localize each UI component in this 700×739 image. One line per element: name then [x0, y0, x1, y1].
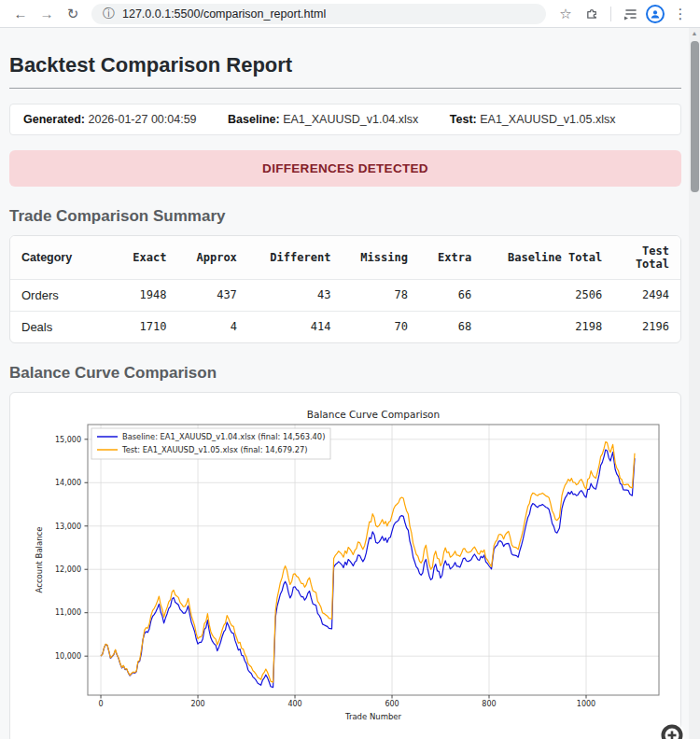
y-axis-label: Account Balance — [35, 526, 44, 593]
value-cell: 43 — [248, 279, 343, 311]
browser-toolbar: ← → ↻ ⓘ 127.0.0.1:5500/comparison_report… — [0, 0, 700, 28]
value-cell: 4 — [177, 311, 247, 342]
value-cell: 437 — [177, 279, 247, 311]
forward-icon[interactable]: → — [35, 3, 58, 25]
table-row: Deals17104414706821982196 — [10, 311, 680, 342]
zoom-in-icon[interactable] — [657, 721, 694, 739]
header-cell: Test Total — [613, 236, 680, 280]
differences-banner: DIFFERENCES DETECTED — [9, 150, 681, 187]
chart-heading: Balance Curve Comparison — [9, 364, 681, 383]
value-cell: 68 — [419, 311, 483, 342]
header-cell: Missing — [342, 236, 419, 280]
table-row: Orders194843743786625062494 — [10, 279, 680, 311]
report-page: Backtest Comparison Report Generated: 20… — [0, 28, 700, 739]
url-text[interactable]: 127.0.0.1:5500/comparison_report.html — [122, 7, 326, 21]
summary-table: CategoryExactApproxDifferentMissingExtra… — [10, 236, 680, 342]
scrollbar-thumb[interactable] — [691, 41, 699, 192]
svg-text:13,000: 13,000 — [55, 522, 81, 530]
value-cell: 2506 — [483, 279, 613, 311]
value-cell: 414 — [248, 311, 343, 342]
header-cell: Different — [248, 236, 343, 280]
scrollbar[interactable]: ▲ — [689, 28, 700, 739]
meta-bar: Generated: 2026-01-27 00:04:59 Baseline:… — [9, 104, 681, 135]
meta-baseline: Baseline: EA1_XAUUSD_v1.04.xlsx — [228, 113, 418, 126]
value-cell: 70 — [342, 311, 419, 342]
back-icon[interactable]: ← — [9, 3, 32, 25]
reading-list-icon[interactable] — [620, 4, 640, 24]
chart-legend: Baseline: EA1_XAUUSD_v1.04.xlsx (final: … — [91, 428, 330, 459]
bookmark-star-icon[interactable]: ☆ — [555, 4, 576, 24]
x-axis-label: Trade Number — [344, 712, 402, 721]
svg-text:10,000: 10,000 — [55, 652, 81, 661]
chart-card: 10,00011,00012,00013,00014,00015,0000200… — [9, 392, 681, 739]
svg-text:800: 800 — [482, 700, 496, 708]
meta-test: Test: EA1_XAUUSD_v1.05.xlsx — [450, 113, 616, 126]
header-cell: Approx — [177, 236, 247, 280]
site-info-icon[interactable]: ⓘ — [103, 7, 115, 20]
value-cell: 66 — [419, 279, 483, 311]
header-cell: Exact — [114, 236, 177, 280]
summary-table-body: Orders194843743786625062494Deals17104414… — [10, 279, 680, 342]
value-cell: 2494 — [613, 279, 680, 311]
baseline-series-line — [101, 450, 635, 688]
header-cell: Baseline Total — [483, 236, 613, 280]
scrollbar-up-icon[interactable]: ▲ — [689, 30, 700, 36]
value-cell: 78 — [342, 279, 419, 311]
plot-border — [88, 425, 659, 695]
value-cell: 1948 — [114, 279, 177, 311]
refresh-icon[interactable]: ↻ — [62, 3, 84, 25]
category-cell: Deals — [10, 311, 114, 342]
value-cell: 2198 — [483, 311, 613, 342]
svg-text:12,000: 12,000 — [55, 565, 81, 574]
balance-curve-chart: 10,00011,00012,00013,00014,00015,0000200… — [20, 402, 671, 739]
value-cell: 2196 — [613, 311, 680, 342]
chart-grid — [88, 425, 659, 695]
browser-menu-icon[interactable]: ⋮ — [670, 4, 691, 24]
chart-title: Balance Curve Comparison — [307, 409, 440, 420]
summary-heading: Trade Comparison Summary — [9, 207, 681, 226]
meta-generated: Generated: 2026-01-27 00:04:59 — [23, 113, 197, 126]
category-cell: Orders — [10, 279, 114, 311]
test-series-line — [101, 441, 635, 681]
legend-test-label: Test: EA1_XAUUSD_v1.05.xlsx (final: 14,6… — [121, 444, 308, 453]
axis-tick-labels: 10,00011,00012,00013,00014,00015,0000200… — [55, 435, 595, 707]
value-cell: 1710 — [114, 311, 177, 342]
svg-text:400: 400 — [287, 700, 301, 708]
summary-header-row: CategoryExactApproxDifferentMissingExtra… — [10, 236, 680, 280]
extensions-icon[interactable] — [581, 4, 602, 24]
profile-avatar-icon[interactable] — [646, 5, 665, 23]
legend-baseline-label: Baseline: EA1_XAUUSD_v1.04.xlsx (final: … — [122, 431, 325, 440]
svg-text:11,000: 11,000 — [55, 608, 81, 617]
header-cell: Extra — [419, 236, 483, 280]
page-title: Backtest Comparison Report — [9, 52, 681, 89]
svg-text:0: 0 — [98, 700, 103, 708]
svg-text:200: 200 — [190, 700, 204, 708]
svg-text:14,000: 14,000 — [55, 479, 81, 487]
summary-table-card: CategoryExactApproxDifferentMissingExtra… — [9, 235, 681, 343]
svg-text:15,000: 15,000 — [55, 435, 81, 443]
toolbar-separator — [610, 7, 611, 21]
header-cell: Category — [10, 236, 114, 280]
svg-text:1000: 1000 — [577, 700, 595, 708]
svg-text:600: 600 — [385, 700, 399, 708]
address-bar[interactable]: ⓘ 127.0.0.1:5500/comparison_report.html — [91, 4, 546, 24]
